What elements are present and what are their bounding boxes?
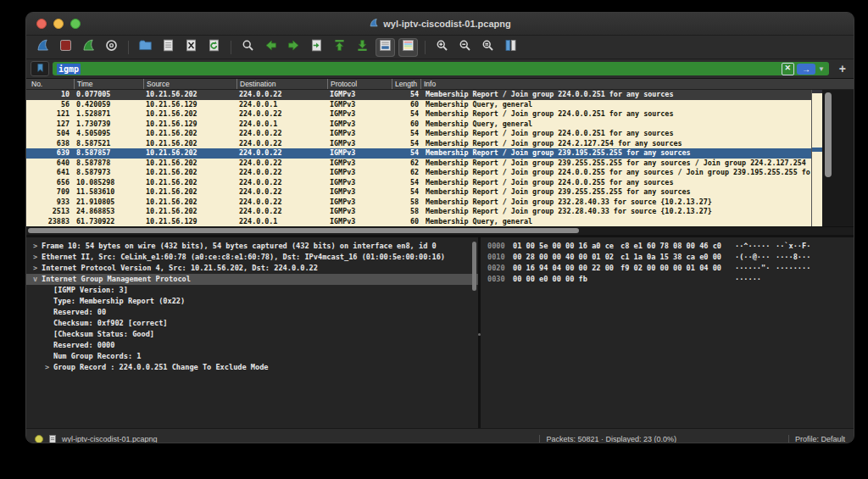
column-header-time[interactable]: Time	[74, 79, 143, 89]
go-last-button[interactable]	[353, 38, 372, 57]
cell-time: 4.505095	[74, 129, 143, 139]
packet-row[interactable]: 65610.08529810.21.56.202224.0.0.22IGMPv3…	[26, 178, 811, 188]
cell-destination: 224.0.0.22	[236, 178, 327, 188]
zoom-window-button[interactable]	[70, 19, 81, 29]
capture-stop-button[interactable]	[56, 38, 75, 57]
cell-source: 10.21.56.202	[143, 109, 236, 120]
minimize-window-button[interactable]	[53, 19, 64, 29]
display-filter-input[interactable]: igmp ✕ → ▼	[53, 62, 829, 75]
details-scrollbar-thumb[interactable]	[472, 242, 476, 291]
detail-line[interactable]: Reserved: 0000	[26, 340, 478, 351]
column-header-no[interactable]: No.	[26, 79, 74, 89]
filter-dropdown-caret[interactable]: ▼	[818, 65, 825, 73]
horizontal-scrollbar-thumb[interactable]	[28, 228, 579, 233]
expander-icon[interactable]: >	[33, 252, 42, 263]
packet-row[interactable]: 2388361.73092210.21.56.129224.0.0.1IGMPv…	[26, 217, 811, 227]
column-header-source[interactable]: Source	[143, 79, 236, 89]
cell-no: 638	[26, 139, 74, 149]
filter-clear-button[interactable]: ✕	[782, 63, 794, 75]
hex-row[interactable]: 001000 28 00 00 40 00 01 02c1 1a 0a 15 3…	[487, 252, 854, 263]
colorize-button[interactable]	[398, 38, 418, 57]
detail-line[interactable]: >Ethernet II, Src: CeLink_e1:60:78 (a0:c…	[26, 252, 478, 263]
filter-text-selected[interactable]: igmp	[57, 64, 81, 75]
detail-line[interactable]: vInternet Group Management Protocol	[26, 274, 478, 285]
go-first-button[interactable]	[330, 38, 349, 57]
filter-add-button[interactable]: +	[839, 63, 846, 75]
packet-row[interactable]: 560.42005910.21.56.129224.0.0.1IGMPv360M…	[26, 100, 811, 110]
packet-row[interactable]: 1271.73073910.21.56.129224.0.0.1IGMPv360…	[26, 120, 811, 130]
auto-scroll-button[interactable]	[376, 38, 395, 57]
detail-text: Num Group Records: 1	[53, 352, 141, 360]
file-save-icon	[161, 38, 175, 56]
detail-line[interactable]: Reserved: 00	[26, 307, 478, 318]
detail-text: Group Record : 224.0.0.251 Change To Exc…	[53, 363, 269, 371]
detail-line[interactable]: >Group Record : 224.0.0.251 Change To Ex…	[26, 362, 478, 373]
cell-protocol: IGMPv3	[327, 178, 392, 188]
go-to-packet-button[interactable]	[307, 38, 326, 57]
expander-icon[interactable]: v	[33, 274, 42, 285]
go-forward-button[interactable]	[284, 38, 303, 57]
detail-line[interactable]: Type: Membership Report (0x22)	[26, 296, 478, 307]
capture-comment-icon[interactable]	[49, 435, 56, 443]
packet-row[interactable]: 5044.50509510.21.56.202224.0.0.22IGMPv35…	[26, 129, 811, 139]
cell-source: 10.21.56.202	[143, 139, 236, 149]
expander-icon[interactable]: >	[33, 241, 42, 252]
vertical-scrollbar-thumb[interactable]	[825, 92, 832, 177]
packet-row[interactable]: 6388.58752110.21.56.202224.0.0.22IGMPv35…	[26, 139, 811, 149]
go-back-button[interactable]	[261, 38, 281, 57]
packet-row[interactable]: 6398.58785710.21.56.202224.0.0.22IGMPv35…	[26, 148, 811, 159]
capture-restart-button[interactable]	[79, 38, 98, 57]
zoom-original-button[interactable]	[478, 38, 498, 57]
hex-bytes-left: 00 16 94 04 00 00 22 00	[513, 263, 615, 274]
detail-line[interactable]: Num Group Records: 1	[26, 351, 478, 362]
packet-row[interactable]: 100.07700510.21.56.202224.0.0.22IGMPv354…	[26, 90, 811, 100]
find-packet-button[interactable]	[238, 38, 258, 57]
detail-line[interactable]: [IGMP Version: 3]	[26, 285, 478, 296]
zoom-in-button[interactable]	[432, 38, 452, 57]
detail-line[interactable]: >Internet Protocol Version 4, Src: 10.21…	[26, 263, 478, 274]
detail-line[interactable]: [Checksum Status: Good]	[26, 329, 478, 340]
expander-icon[interactable]: >	[33, 263, 42, 274]
zoom-out-button[interactable]	[455, 38, 475, 57]
packet-row[interactable]: 251324.86885310.21.56.202224.0.0.22IGMPv…	[26, 207, 811, 217]
pane-splitter-vertical[interactable]	[478, 237, 481, 428]
expert-info-icon[interactable]	[35, 435, 43, 443]
statusbar-profile[interactable]: Profile: Default	[795, 435, 845, 443]
packet-row[interactable]: 6418.58797310.21.56.202224.0.0.22IGMPv36…	[26, 168, 811, 178]
packet-list-horizontal-scrollbar[interactable]	[26, 226, 854, 235]
hex-row[interactable]: 000001 00 5e 00 00 16 a0 cec8 e1 60 78 0…	[487, 241, 854, 252]
detail-line[interactable]: Checksum: 0xf902 [correct]	[26, 318, 478, 329]
detail-line[interactable]: >Frame 10: 54 bytes on wire (432 bits), …	[26, 241, 478, 252]
close-window-button[interactable]	[36, 19, 47, 29]
packet-row[interactable]: 6408.58787810.21.56.202224.0.0.22IGMPv36…	[26, 159, 811, 169]
packet-list-vertical-scrollbar[interactable]	[822, 90, 854, 226]
cell-destination: 224.0.0.22	[236, 139, 327, 149]
hex-bytes-left: 01 00 5e 00 00 16 a0 ce	[513, 241, 615, 252]
packet-row[interactable]: 70911.58361010.21.56.202224.0.0.22IGMPv3…	[26, 187, 811, 198]
resize-columns-button[interactable]	[501, 38, 520, 57]
packet-row[interactable]: 1211.52887110.21.56.202224.0.0.22IGMPv35…	[26, 109, 811, 120]
cell-length: 54	[392, 187, 420, 198]
file-close-button[interactable]	[181, 38, 201, 57]
capture-options-button[interactable]	[102, 38, 121, 57]
expander-icon[interactable]: >	[45, 362, 53, 373]
capture-start-button[interactable]	[33, 38, 53, 57]
filter-apply-button[interactable]: →	[797, 64, 815, 75]
cell-length: 60	[392, 217, 420, 227]
cell-source: 10.21.56.202	[143, 187, 236, 198]
column-header-destination[interactable]: Destination	[236, 79, 327, 89]
column-header-length[interactable]: Length	[392, 79, 420, 89]
hex-row[interactable]: 003000 00 e0 00 00 fb······	[487, 274, 854, 285]
filter-bookmark-button[interactable]	[31, 61, 49, 76]
file-save-button[interactable]	[159, 38, 178, 57]
cell-length: 58	[392, 207, 420, 217]
file-open-button[interactable]	[136, 38, 155, 57]
file-reload-button[interactable]	[204, 38, 224, 57]
hex-row[interactable]: 002000 16 94 04 00 00 22 00f9 02 00 00 0…	[487, 263, 854, 274]
column-header-protocol[interactable]: Protocol	[327, 79, 392, 89]
column-header-info[interactable]: Info	[420, 79, 854, 89]
title-bar[interactable]: wyl-iptv-ciscodist-01.pcapng	[26, 13, 854, 36]
packet-list-minimap[interactable]	[811, 90, 822, 226]
packet-row[interactable]: 93321.91080510.21.56.202224.0.0.22IGMPv3…	[26, 198, 811, 208]
statusbar-separator	[788, 435, 789, 443]
